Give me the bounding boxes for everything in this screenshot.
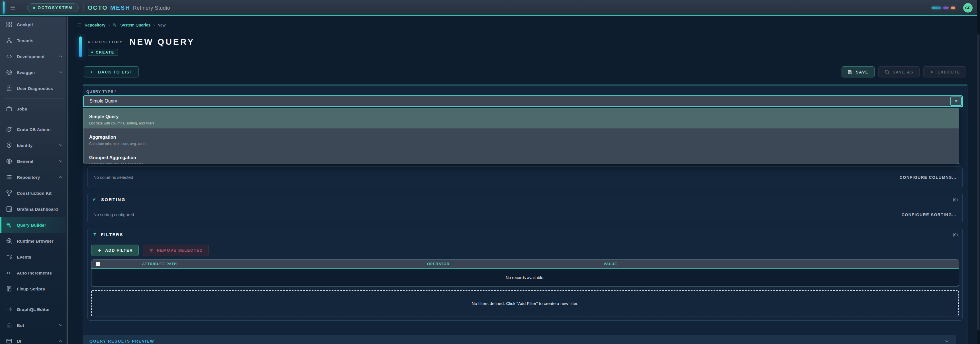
sidebar-item-events[interactable]: Events — [0, 249, 68, 265]
save-icon — [848, 70, 853, 75]
octosystem-chip[interactable]: OCTOSYSTEM — [27, 3, 79, 12]
sidebar-item-fixup-scripts[interactable]: Fixup Scripts — [0, 281, 68, 297]
columns-section: No columns selected CONFIGURE COLUMNS... — [88, 166, 963, 188]
query-type-label: QUERY TYPE* — [86, 89, 967, 94]
sort-icon — [92, 197, 98, 202]
sidebar-item-query-builder[interactable]: Query Builder — [0, 217, 68, 233]
breadcrumb: Repository › System Queries › New — [68, 16, 980, 27]
chevron-up-icon[interactable] — [58, 339, 63, 344]
chevron-down-icon[interactable] — [58, 70, 63, 75]
option-description: Group by attributes and aggregate — [89, 162, 953, 164]
sidebar-item-label: Identity — [17, 143, 33, 148]
sidebar-item-swagger[interactable]: Swagger — [0, 64, 68, 80]
sorting-title: SORTING — [101, 197, 126, 202]
chevron-down-icon[interactable] — [58, 323, 63, 328]
status-pills — [932, 6, 955, 9]
dropdown-option-grouped-aggregation[interactable]: Grouped Aggregation Group by attributes … — [83, 149, 959, 164]
bar-chart-icon — [6, 206, 13, 212]
page-eyebrow: REPOSITORY — [88, 40, 123, 44]
table-empty-row: No records available. — [91, 269, 959, 287]
option-description: List data with columns, sorting, and fil… — [89, 121, 953, 125]
sidebar-item-cockpit[interactable]: Cockpit — [0, 16, 68, 32]
dropdown-option-simple-query[interactable]: Simple Query List data with columns, sor… — [83, 108, 959, 128]
breadcrumb-separator: › — [108, 22, 110, 27]
sidebar-item-development[interactable]: Development — [0, 48, 68, 64]
sidebar-divider — [4, 299, 64, 299]
breadcrumb-system-queries[interactable]: System Queries — [120, 23, 150, 27]
sidebar-item-user-diagnostics[interactable]: User Diagnostics — [0, 80, 68, 96]
select-caret-button[interactable] — [950, 97, 962, 106]
sidebar-item-ui[interactable]: UI — [0, 333, 68, 344]
sidebar-item-jobs[interactable]: Jobs — [0, 101, 68, 117]
square-bullet-icon — [91, 52, 93, 53]
sorting-body: No sorting configured CONFIGURE SORTING.… — [88, 206, 963, 223]
back-to-list-label: BACK TO LIST — [98, 70, 133, 75]
sidebar-item-grafana-dashboard[interactable]: Grafana Dashboard — [0, 201, 68, 217]
query-results-preview-title: QUERY RESULTS PREVIEW — [89, 339, 154, 344]
no-filters-hint-box: No filters defined. Click "Add Filter" t… — [91, 290, 959, 316]
title-accent-bar — [79, 36, 82, 57]
topbar-right: GE — [932, 3, 973, 13]
hamburger-menu-icon[interactable] — [10, 4, 16, 11]
column-header-operator: OPERATOR — [390, 262, 566, 266]
save-label: SAVE — [856, 70, 869, 75]
sidebar-item-tenants[interactable]: Tenants — [0, 32, 68, 48]
sidebar-item-label: Development — [17, 54, 45, 59]
sorting-empty-text: No sorting configured — [94, 212, 134, 217]
chevron-down-icon[interactable] — [58, 159, 63, 164]
logo-primary: OCTO — [88, 4, 108, 11]
title-underline — [203, 43, 955, 43]
window-icon — [6, 338, 13, 344]
sidebar-item-bot[interactable]: Bot — [0, 317, 68, 333]
sidebar-item-auto-increments[interactable]: +1 Auto Increments — [0, 265, 68, 281]
dropdown-option-aggregation[interactable]: Aggregation Calculate min, max, sum, avg… — [83, 128, 959, 149]
save-as-button[interactable]: SAVE AS — [878, 67, 920, 78]
sidebar-divider — [4, 98, 64, 98]
sidebar-item-general[interactable]: General — [0, 153, 68, 169]
sidebar-item-repository[interactable]: Repository — [0, 169, 68, 185]
back-to-list-button[interactable]: BACK TO LIST — [84, 67, 139, 78]
save-button[interactable]: SAVE — [842, 67, 875, 78]
sidebar-scrollbar[interactable] — [66, 16, 68, 344]
query-type-select[interactable]: Simple Query — [83, 95, 963, 107]
sidebar-item-label: Cockpit — [17, 22, 33, 27]
plus-icon — [97, 248, 102, 253]
select-all-checkbox[interactable] — [96, 262, 100, 266]
chevron-up-icon[interactable] — [58, 174, 63, 180]
status-pill-teal[interactable] — [932, 6, 941, 9]
remove-selected-button[interactable]: REMOVE SELECTED — [143, 245, 209, 256]
query-results-preview-header[interactable]: QUERY RESULTS PREVIEW — [83, 335, 956, 344]
robot-icon — [6, 322, 13, 329]
chevron-up-icon[interactable] — [58, 54, 63, 59]
sidebar-item-graphql-editor[interactable]: GraphQL Editor — [0, 301, 68, 317]
avatar[interactable]: GE — [963, 3, 973, 13]
configure-sorting-button[interactable]: CONFIGURE SORTING... — [902, 212, 957, 217]
sidebar-item-identity[interactable]: Identity — [0, 137, 68, 153]
sidebar-item-runtime-browser[interactable]: Runtime Browser — [0, 233, 68, 249]
breadcrumb-repository[interactable]: Repository — [84, 23, 105, 27]
event-rows-icon — [6, 254, 13, 260]
execute-button[interactable]: EXECUTE — [923, 67, 966, 78]
sidebar-item-crate-db-admin[interactable]: Crate DB Admin — [0, 121, 68, 137]
page-scrollbar[interactable] — [977, 0, 980, 344]
toolbar: BACK TO LIST SAVE SAVE AS EXECUTE — [84, 67, 966, 78]
sidebar-item-construction-kit[interactable]: Construction Kit — [0, 185, 68, 201]
menu-list-icon — [77, 22, 82, 27]
option-title: Simple Query — [89, 114, 953, 119]
briefcase-icon — [6, 105, 13, 112]
chevron-down-icon[interactable] — [58, 143, 63, 148]
status-pill-orange[interactable] — [951, 6, 955, 9]
filters-table: ATTRIBUTE PATH OPERATOR VALUE No records… — [91, 259, 959, 287]
required-asterisk: * — [115, 89, 116, 94]
hierarchy-icon — [6, 37, 13, 44]
filters-title: FILTERS — [101, 232, 123, 237]
page-scrollbar-thumb[interactable] — [977, 34, 980, 330]
sidebar-item-label: Repository — [17, 175, 40, 180]
option-description: Calculate min, max, sum, avg, count — [89, 142, 953, 146]
configure-columns-button[interactable]: CONFIGURE COLUMNS... — [900, 175, 957, 180]
diamond-icon — [33, 6, 36, 9]
sidebar-item-label: Tenants — [17, 38, 33, 43]
add-filter-button[interactable]: ADD FILTER — [91, 245, 139, 256]
status-pill-purple[interactable] — [943, 6, 949, 9]
query-type-dropdown: Simple Query List data with columns, sor… — [83, 108, 959, 164]
